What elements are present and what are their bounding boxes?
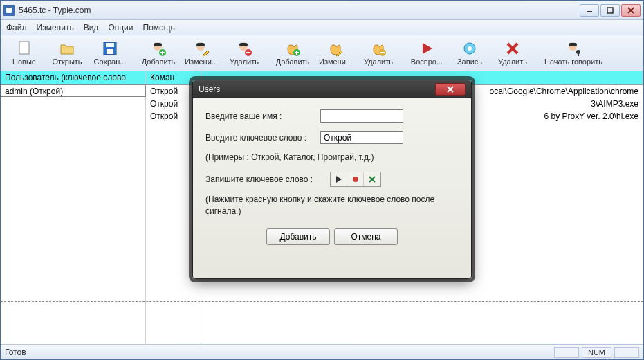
dialog-titlebar: Users: [193, 80, 471, 98]
rec-record-button[interactable]: [347, 172, 364, 186]
x-small-icon: [369, 176, 376, 183]
dialog-title-text: Users: [199, 84, 435, 94]
hint-text: (Нажмите красную кнопку и скажите ключев…: [205, 194, 459, 217]
keyword-input[interactable]: [320, 131, 403, 144]
users-dialog: Users Введите ваше имя : Введите ключево…: [192, 80, 472, 279]
dialog-body: Введите ваше имя : Введите ключевое слов…: [193, 98, 471, 278]
svg-point-34: [353, 177, 358, 182]
keyword-label: Введите ключевое слово :: [205, 133, 320, 143]
dialog-overlay: Users Введите ваше имя : Введите ключево…: [0, 0, 644, 360]
play-small-icon: [335, 176, 342, 183]
name-input[interactable]: [320, 109, 403, 123]
name-label: Введите ваше имя :: [205, 111, 320, 121]
dialog-cancel-button[interactable]: Отмена: [334, 228, 398, 245]
rec-play-button[interactable]: [331, 172, 347, 186]
rec-cancel-button[interactable]: [364, 172, 380, 186]
examples-text: (Примеры : Открой, Каталог, Проиграй, т.…: [205, 152, 459, 162]
close-icon: [446, 86, 454, 93]
dialog-close-button[interactable]: [435, 83, 466, 96]
record-dot-icon: [352, 176, 359, 183]
record-button-group: [330, 172, 381, 187]
dialog-add-button[interactable]: Добавить: [266, 228, 330, 245]
record-label: Запишите ключевое слово :: [205, 174, 330, 184]
